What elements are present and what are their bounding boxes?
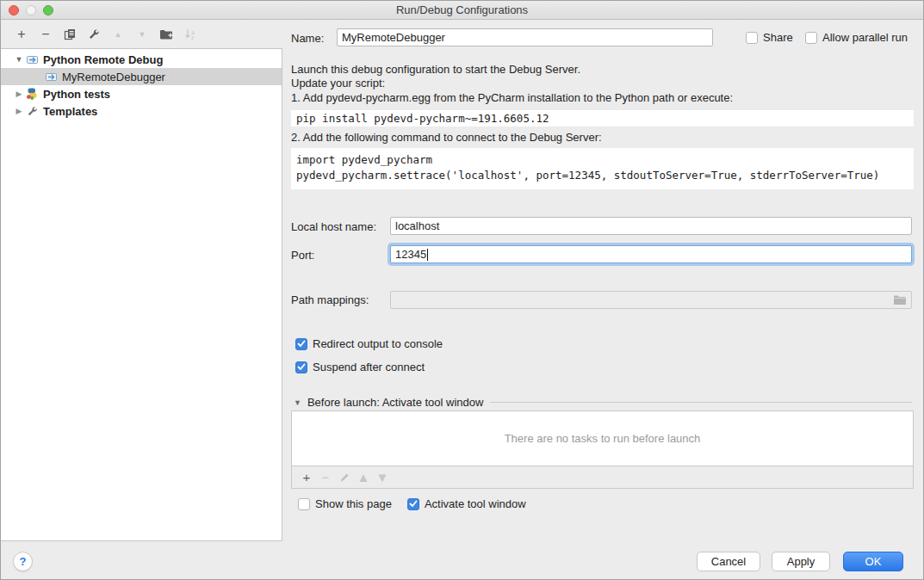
configurations-toolbar: + − ▲ ▼ az xyxy=(9,23,202,46)
folder-icon[interactable] xyxy=(893,294,907,305)
suspend-after-connect-option: Suspend after connect xyxy=(295,361,425,373)
empty-task-list-text: There are no tasks to run before launch xyxy=(505,432,701,445)
port-label: Port: xyxy=(291,249,314,262)
activate-tool-window-label: Activate tool window xyxy=(425,497,526,510)
remote-debug-icon xyxy=(25,53,39,65)
duplicate-icon xyxy=(64,28,76,40)
collapsed-arrow-icon[interactable]: ▶ xyxy=(14,107,24,115)
move-up-button: ▲ xyxy=(106,23,130,46)
tree-item-myremotedebugger[interactable]: MyRemoteDebugger xyxy=(1,68,282,85)
collapsed-arrow-icon[interactable]: ▶ xyxy=(14,89,24,98)
tree-item-python-tests[interactable]: ▶ Python tests xyxy=(1,85,282,102)
run-debug-configurations-dialog: Run/Debug Configurations + − ▲ ▼ xyxy=(0,0,924,580)
share-checkbox[interactable] xyxy=(746,32,758,44)
expanded-arrow-icon[interactable]: ▼ xyxy=(14,55,24,64)
duplicate-configuration-button[interactable] xyxy=(58,23,82,46)
new-folder-icon xyxy=(159,28,173,40)
pip-install-command[interactable]: pip install pydevd-pycharm~=191.6605.12 xyxy=(291,110,914,126)
python-tests-icon xyxy=(25,88,39,100)
code-line-1: import pydevd_pycharm xyxy=(296,153,432,166)
path-mappings-input[interactable] xyxy=(390,291,912,309)
add-task-button[interactable]: + xyxy=(297,468,316,487)
apply-button[interactable]: Apply xyxy=(772,552,830,571)
window-title: Run/Debug Configurations xyxy=(1,3,923,16)
tree-item-label: MyRemoteDebugger xyxy=(62,71,165,83)
configurations-tree: ▼ Python Remote Debug MyRemoteDebugger ▶… xyxy=(1,48,282,541)
svg-text:z: z xyxy=(191,34,195,40)
ok-button[interactable]: OK xyxy=(843,552,903,571)
dialog-content: + − ▲ ▼ az xyxy=(1,20,923,579)
share-label: Share xyxy=(763,31,793,44)
tree-item-python-remote-debug[interactable]: ▼ Python Remote Debug xyxy=(1,51,282,68)
show-this-page-checkbox[interactable] xyxy=(298,498,310,510)
before-launch-task-list[interactable]: There are no tasks to run before launch xyxy=(291,410,914,466)
section-rule xyxy=(490,402,912,403)
sort-az-icon: az xyxy=(183,28,197,40)
port-value: 12345 xyxy=(395,248,426,261)
wrench-icon xyxy=(25,105,39,117)
local-host-name-label: Local host name: xyxy=(291,220,376,233)
settrace-code-block[interactable]: import pydevd_pycharmpydevd_pycharm.sett… xyxy=(291,148,914,189)
section-collapse-arrow-icon[interactable]: ▼ xyxy=(294,398,301,407)
remove-task-button: − xyxy=(316,468,335,487)
task-list-toolbar: + − ▲ ▼ xyxy=(291,466,914,489)
show-this-page-label: Show this page xyxy=(315,497,392,510)
move-task-down-button: ▼ xyxy=(373,468,392,487)
share-option: Share xyxy=(746,31,793,44)
code-line-2: pydevd_pycharm.settrace('localhost', por… xyxy=(296,169,879,182)
allow-parallel-run-option: Allow parallel run xyxy=(805,31,908,44)
before-launch-title: Before launch: Activate tool window xyxy=(307,396,484,409)
instruction-line-2: Update your script: xyxy=(291,77,385,89)
tree-item-templates[interactable]: ▶ Templates xyxy=(1,102,282,120)
instruction-line-1: Launch this debug configuration to start… xyxy=(291,63,580,76)
allow-parallel-run-label: Allow parallel run xyxy=(822,31,908,44)
sort-configurations-button: az xyxy=(178,23,202,46)
redirect-output-checkbox[interactable] xyxy=(295,338,307,350)
text-caret xyxy=(427,249,428,261)
move-task-up-button: ▲ xyxy=(354,468,373,487)
name-input[interactable] xyxy=(337,28,713,46)
show-this-page-option: Show this page Activate tool window xyxy=(298,497,526,510)
tree-item-label: Python Remote Debug xyxy=(43,53,163,66)
wrench-icon xyxy=(88,28,100,40)
tree-item-label: Python tests xyxy=(43,88,110,101)
allow-parallel-run-checkbox[interactable] xyxy=(805,32,817,44)
path-mappings-label: Path mappings: xyxy=(291,293,369,306)
before-launch-header[interactable]: ▼ Before launch: Activate tool window xyxy=(294,396,912,409)
move-down-button: ▼ xyxy=(130,23,154,46)
add-configuration-button[interactable]: + xyxy=(9,23,34,46)
remote-debug-icon xyxy=(44,71,58,83)
name-label: Name: xyxy=(291,32,324,45)
suspend-after-connect-checkbox[interactable] xyxy=(295,361,307,373)
edit-task-button xyxy=(335,468,354,487)
redirect-output-option: Redirect output to console xyxy=(295,337,443,350)
help-button[interactable]: ? xyxy=(13,552,33,571)
suspend-after-connect-label: Suspend after connect xyxy=(313,361,425,373)
port-input[interactable]: 12345 xyxy=(390,245,912,263)
instruction-step-1: 1. Add pydevd-pycharm.egg from the PyCha… xyxy=(291,91,733,104)
activate-tool-window-checkbox[interactable] xyxy=(407,498,419,510)
pencil-icon xyxy=(339,472,350,483)
new-folder-button[interactable] xyxy=(154,23,178,46)
cancel-button[interactable]: Cancel xyxy=(697,552,760,571)
instruction-step-2: 2. Add the following command to connect … xyxy=(291,131,602,144)
edit-templates-button[interactable] xyxy=(82,23,106,46)
local-host-name-input[interactable] xyxy=(390,217,912,235)
remove-configuration-button[interactable]: − xyxy=(34,23,58,46)
redirect-output-label: Redirect output to console xyxy=(313,337,443,350)
tree-item-label: Templates xyxy=(43,105,97,118)
titlebar[interactable]: Run/Debug Configurations xyxy=(1,1,923,20)
